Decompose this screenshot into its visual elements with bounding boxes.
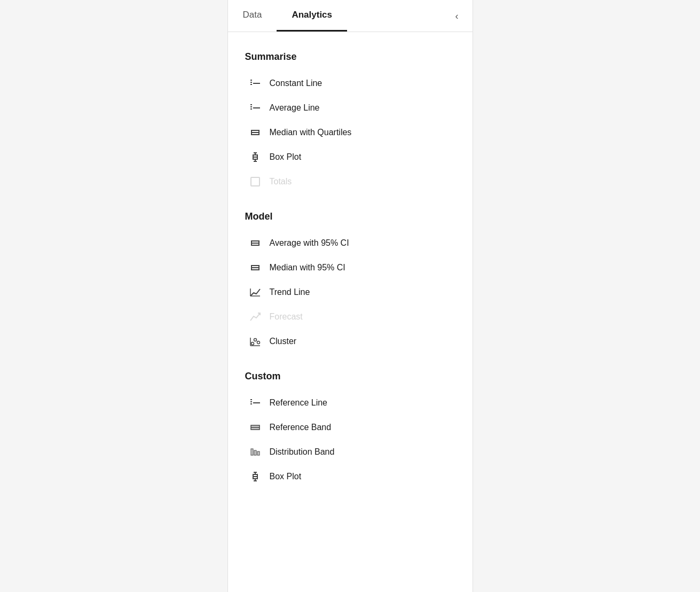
distribution-band-label: Distribution Band bbox=[270, 447, 335, 457]
analytics-content: Summarise Constant Line bbox=[228, 32, 473, 521]
svg-rect-20 bbox=[251, 240, 259, 242]
trend-line-icon bbox=[248, 285, 262, 299]
summarise-section: Summarise Constant Line bbox=[245, 51, 455, 194]
svg-rect-23 bbox=[251, 240, 252, 246]
svg-rect-1 bbox=[250, 82, 252, 83]
reference-line-item[interactable]: Reference Line bbox=[245, 391, 455, 415]
custom-box-plot-item[interactable]: Box Plot bbox=[245, 464, 455, 489]
custom-title: Custom bbox=[245, 371, 455, 382]
analytics-panel: Data Analytics ‹ Summarise bbox=[227, 0, 473, 592]
svg-rect-11 bbox=[251, 130, 252, 135]
average-line-item[interactable]: Average Line bbox=[245, 96, 455, 120]
svg-point-33 bbox=[254, 339, 256, 341]
tab-analytics-label: Analytics bbox=[292, 10, 332, 20]
forecast-item: Forecast bbox=[245, 305, 455, 329]
totals-label: Totals bbox=[270, 177, 292, 186]
distribution-band-item[interactable]: Distribution Band bbox=[245, 440, 455, 464]
avg-ci-label: Average with 95% CI bbox=[270, 238, 349, 248]
custom-box-plot-label: Box Plot bbox=[270, 472, 302, 481]
constant-line-icon bbox=[248, 76, 262, 90]
svg-point-32 bbox=[251, 342, 254, 345]
forecast-icon bbox=[248, 310, 262, 324]
median-quartiles-label: Median with Quartiles bbox=[270, 128, 352, 137]
reference-line-label: Reference Line bbox=[270, 398, 328, 408]
avg-ci-item[interactable]: Average with 95% CI bbox=[245, 231, 455, 255]
constant-line-label: Constant Line bbox=[270, 79, 323, 88]
trend-line-item[interactable]: Trend Line bbox=[245, 280, 455, 305]
totals-item: Totals bbox=[245, 169, 455, 194]
reference-band-item[interactable]: Reference Band bbox=[245, 415, 455, 440]
constant-line-item[interactable]: Constant Line bbox=[245, 71, 455, 96]
svg-rect-21 bbox=[251, 243, 259, 244]
svg-rect-3 bbox=[253, 83, 260, 84]
svg-rect-2 bbox=[250, 84, 252, 85]
tab-data[interactable]: Data bbox=[228, 0, 277, 32]
median-quartiles-icon bbox=[248, 126, 262, 139]
median-ci-item[interactable]: Median with 95% CI bbox=[245, 255, 455, 280]
tab-bar: Data Analytics ‹ bbox=[228, 0, 473, 32]
custom-section: Custom Reference Line bbox=[245, 371, 455, 489]
svg-rect-37 bbox=[250, 399, 252, 400]
svg-rect-19 bbox=[251, 177, 259, 186]
totals-icon bbox=[248, 175, 262, 189]
svg-rect-12 bbox=[258, 130, 259, 135]
svg-rect-45 bbox=[257, 451, 259, 455]
box-plot2-icon bbox=[248, 470, 262, 484]
svg-rect-10 bbox=[251, 134, 259, 135]
median-quartiles-item[interactable]: Median with Quartiles bbox=[245, 120, 455, 145]
average-line-label: Average Line bbox=[270, 103, 320, 113]
svg-rect-28 bbox=[251, 265, 252, 270]
cluster-icon bbox=[248, 334, 262, 348]
reference-band-label: Reference Band bbox=[270, 423, 332, 432]
median-ci-icon bbox=[248, 261, 262, 275]
svg-rect-9 bbox=[251, 132, 259, 133]
distribution-band-icon bbox=[248, 445, 262, 459]
svg-rect-43 bbox=[251, 449, 253, 455]
box-plot-icon bbox=[248, 150, 262, 164]
svg-rect-24 bbox=[258, 240, 259, 246]
svg-rect-39 bbox=[250, 403, 252, 404]
cluster-item[interactable]: Cluster bbox=[245, 329, 455, 354]
svg-rect-26 bbox=[251, 267, 259, 268]
tab-analytics[interactable]: Analytics bbox=[277, 0, 347, 32]
reference-band-icon bbox=[248, 420, 262, 434]
svg-rect-25 bbox=[251, 265, 259, 266]
box-plot-label: Box Plot bbox=[270, 152, 302, 162]
avg-ci-icon bbox=[248, 236, 262, 250]
model-title: Model bbox=[245, 211, 455, 222]
collapse-button[interactable]: ‹ bbox=[451, 8, 463, 24]
svg-rect-6 bbox=[250, 108, 252, 110]
svg-point-34 bbox=[257, 341, 259, 344]
svg-rect-44 bbox=[254, 450, 256, 455]
cluster-label: Cluster bbox=[270, 337, 297, 346]
svg-rect-0 bbox=[250, 80, 252, 81]
svg-rect-4 bbox=[250, 104, 252, 105]
svg-rect-40 bbox=[253, 402, 260, 403]
svg-rect-22 bbox=[251, 245, 259, 246]
svg-rect-27 bbox=[251, 269, 259, 270]
svg-rect-38 bbox=[250, 401, 252, 402]
median-ci-label: Median with 95% CI bbox=[270, 263, 345, 272]
average-line-icon bbox=[248, 101, 262, 115]
svg-rect-8 bbox=[251, 130, 259, 131]
tab-data-label: Data bbox=[243, 10, 262, 20]
trend-line-label: Trend Line bbox=[270, 287, 310, 297]
summarise-title: Summarise bbox=[245, 51, 455, 63]
svg-rect-5 bbox=[250, 106, 252, 107]
svg-rect-7 bbox=[253, 107, 260, 108]
box-plot-item[interactable]: Box Plot bbox=[245, 145, 455, 169]
reference-line-icon bbox=[248, 396, 262, 410]
forecast-label: Forecast bbox=[270, 312, 303, 322]
svg-rect-29 bbox=[258, 265, 259, 270]
model-section: Model Average with 95% CI bbox=[245, 211, 455, 354]
chevron-left-icon: ‹ bbox=[455, 10, 459, 21]
